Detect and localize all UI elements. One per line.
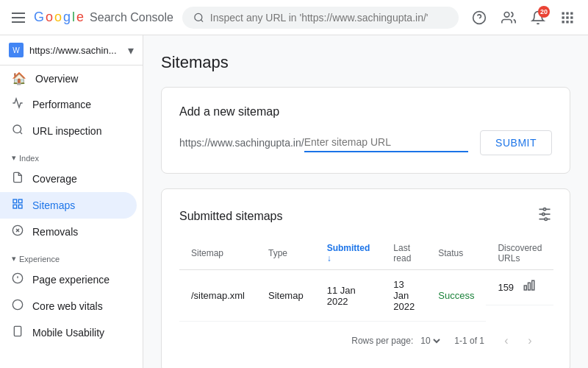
- help-icon: [472, 10, 487, 25]
- help-button[interactable]: [467, 6, 491, 29]
- add-sitemap-title: Add a new sitemap: [179, 105, 552, 118]
- sidebar-item-removals-label: Removals: [32, 226, 78, 238]
- core-web-vitals-icon: [12, 299, 24, 314]
- prev-page-button[interactable]: ‹: [496, 330, 517, 351]
- pagination-buttons: ‹ ›: [496, 330, 540, 351]
- svg-point-37: [545, 218, 547, 220]
- sidebar-item-removals[interactable]: Removals: [0, 219, 137, 245]
- svg-point-36: [542, 213, 545, 215]
- svg-rect-38: [524, 286, 526, 290]
- apps-button[interactable]: [556, 6, 579, 29]
- users-button[interactable]: [497, 6, 520, 29]
- sidebar-item-performance[interactable]: Performance: [0, 91, 137, 118]
- svg-point-14: [13, 125, 21, 133]
- svg-rect-18: [18, 205, 22, 208]
- svg-rect-12: [566, 21, 568, 23]
- svg-line-1: [201, 19, 203, 21]
- add-sitemap-card: Add a new sitemap https://www.sachingupt…: [161, 87, 570, 174]
- svg-rect-16: [13, 199, 17, 203]
- sidebar: W https://www.sachin... ▾ 🏠 Overview Per…: [0, 35, 143, 368]
- sidebar-item-mobile-usability[interactable]: Mobile Usability: [0, 319, 137, 346]
- svg-point-26: [12, 300, 22, 309]
- filter-icon[interactable]: [537, 207, 552, 225]
- index-arrow-icon: ▾: [12, 153, 16, 163]
- cell-sitemap: /sitemap.xml: [179, 270, 257, 322]
- sidebar-item-page-experience[interactable]: Page experience: [0, 266, 137, 293]
- sidebar-item-core-web-vitals[interactable]: Core web vitals: [0, 293, 137, 319]
- removals-icon: [12, 224, 24, 239]
- svg-rect-13: [570, 21, 573, 23]
- apps-icon: [560, 10, 575, 25]
- submit-button[interactable]: SUBMIT: [480, 130, 552, 155]
- site-selector[interactable]: W https://www.sachin... ▾: [0, 35, 143, 66]
- sidebar-item-overview[interactable]: 🏠 Overview: [0, 66, 137, 91]
- svg-point-0: [195, 13, 202, 21]
- cell-last-read: 13 Jan 2022: [381, 270, 426, 322]
- performance-icon: [12, 97, 24, 112]
- search-icon: [193, 12, 204, 24]
- experience-section-label: ▾ Experience: [0, 245, 143, 266]
- page-title: Sitemaps: [161, 53, 570, 72]
- search-input[interactable]: [210, 12, 448, 24]
- sitemap-input-wrapper: [304, 133, 468, 152]
- sidebar-item-sitemaps[interactable]: Sitemaps: [0, 192, 137, 219]
- svg-rect-7: [570, 12, 573, 14]
- sidebar-item-coverage[interactable]: Coverage: [0, 166, 137, 192]
- svg-rect-8: [562, 16, 564, 18]
- rows-per-page: Rows per page: 10 25 50: [351, 335, 442, 347]
- col-last-read: Last read: [381, 237, 426, 270]
- header-left: Google Search Console: [9, 10, 173, 26]
- sidebar-item-url-inspection[interactable]: URL inspection: [0, 118, 137, 144]
- site-name: https://www.sachin...: [29, 45, 122, 56]
- rows-per-page-label: Rows per page:: [351, 336, 413, 346]
- sidebar-item-sitemaps-label: Sitemaps: [32, 199, 75, 211]
- svg-rect-40: [532, 280, 534, 290]
- main-content: Sitemaps Add a new sitemap https://www.s…: [143, 35, 588, 368]
- cell-status: Success: [426, 270, 486, 322]
- col-submitted[interactable]: Submitted ↓: [315, 237, 382, 270]
- rows-per-page-select[interactable]: 10 25 50: [417, 335, 442, 347]
- sitemaps-table: Sitemap Type Submitted ↓ Last read Statu…: [179, 237, 553, 322]
- sidebar-item-core-web-vitals-label: Core web vitals: [32, 300, 103, 312]
- cell-type: Sitemap: [257, 270, 315, 322]
- svg-rect-39: [528, 283, 531, 290]
- svg-rect-19: [13, 205, 17, 208]
- pagination-info: 1-1 of 1: [454, 336, 484, 346]
- status-badge: Success: [438, 290, 474, 301]
- svg-rect-9: [566, 16, 568, 18]
- sitemaps-icon: [12, 198, 24, 213]
- url-inspection-icon: [12, 124, 24, 138]
- coverage-icon: [12, 171, 24, 186]
- search-bar[interactable]: [182, 7, 459, 29]
- sidebar-item-overview-label: Overview: [35, 73, 78, 85]
- users-icon: [501, 10, 516, 25]
- table-row: /sitemap.xml Sitemap 11 Jan 2022 13 Jan …: [179, 270, 553, 322]
- svg-point-35: [543, 208, 545, 210]
- app-title: Search Console: [90, 11, 173, 24]
- menu-icon[interactable]: [9, 10, 28, 26]
- sidebar-item-performance-label: Performance: [32, 99, 91, 110]
- sort-icon: ↓: [327, 253, 331, 263]
- app-header: Google Search Console 20: [0, 0, 588, 35]
- svg-rect-5: [562, 12, 564, 14]
- notifications-button[interactable]: 20: [526, 6, 550, 29]
- svg-rect-11: [562, 21, 564, 23]
- sitemap-url-input[interactable]: [304, 136, 468, 148]
- table-header: Sitemap Type Submitted ↓ Last read Statu…: [179, 237, 553, 270]
- notification-badge: 20: [538, 6, 550, 18]
- site-favicon: W: [9, 43, 24, 57]
- col-type: Type: [257, 237, 315, 270]
- experience-arrow-icon: ▾: [12, 254, 16, 263]
- col-sitemap: Sitemap: [179, 237, 257, 270]
- col-status: Status: [426, 237, 486, 270]
- table-body: /sitemap.xml Sitemap 11 Jan 2022 13 Jan …: [179, 270, 553, 322]
- svg-rect-10: [570, 16, 573, 18]
- bar-chart-icon[interactable]: [523, 279, 536, 296]
- svg-line-15: [20, 132, 22, 134]
- google-logo: Google: [34, 10, 84, 25]
- submitted-sitemaps-title: Submitted sitemaps: [179, 210, 283, 223]
- next-page-button[interactable]: ›: [520, 330, 540, 351]
- dropdown-arrow-icon: ▾: [128, 43, 134, 57]
- mobile-usability-icon: [12, 325, 24, 340]
- submitted-sitemaps-header: Submitted sitemaps: [179, 207, 552, 225]
